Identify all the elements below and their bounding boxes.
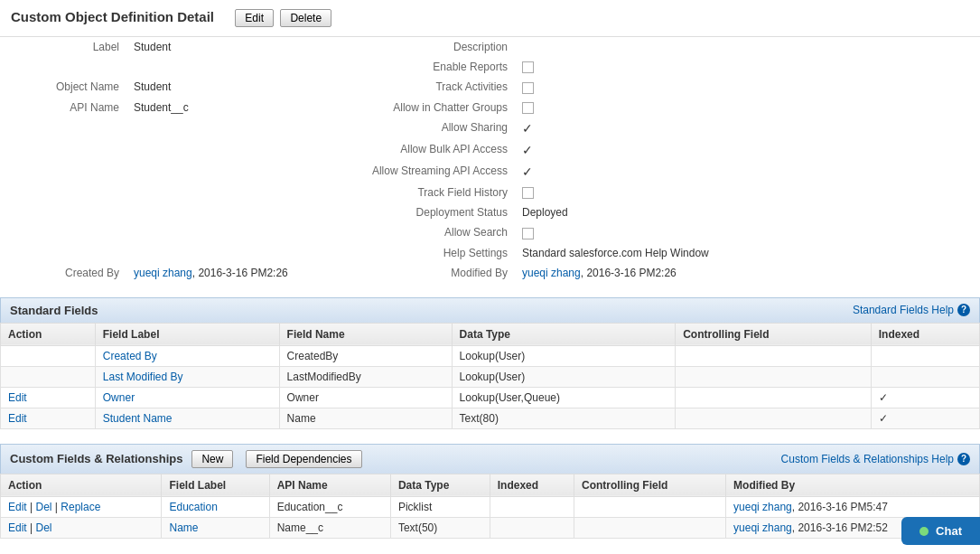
sf-controlling-cell: [676, 345, 872, 366]
allow-search-checkbox[interactable]: [522, 228, 534, 239]
standard-fields-help-icon[interactable]: ?: [957, 304, 970, 316]
cf-action-link[interactable]: Edit: [8, 521, 27, 534]
delete-button[interactable]: Delete: [280, 9, 331, 27]
cf-col-action: Action: [1, 474, 162, 496]
cf-action-link[interactable]: Edit: [8, 501, 27, 513]
cf-col-modified-by: Modified By: [726, 474, 980, 496]
sf-field-label-cell: Student Name: [95, 408, 279, 428]
cf-col-field-label: Field Label: [162, 474, 269, 496]
sf-field-label-link[interactable]: Last Modified By: [103, 371, 183, 383]
sf-indexed-cell: [871, 366, 979, 387]
cf-modified-by-cell: yueqi zhang, 2016-3-16 PM5:47: [726, 496, 980, 517]
cf-modified-by-link[interactable]: yueqi zhang: [733, 521, 792, 534]
col-action: Action: [1, 323, 96, 345]
cf-col-controlling: Controlling Field: [574, 474, 726, 496]
table-row: Edit | DelNameName__cText(50)yueqi zhang…: [1, 517, 980, 538]
track-field-checkbox[interactable]: [522, 187, 534, 199]
custom-fields-help-icon[interactable]: ?: [957, 453, 970, 465]
sf-field-label-link[interactable]: Owner: [103, 391, 135, 404]
track-activities-checkbox[interactable]: [522, 82, 534, 94]
new-button[interactable]: New: [191, 450, 233, 468]
standard-fields-title: Standard Fields: [10, 304, 98, 317]
label-field-value: Student: [126, 37, 352, 58]
cf-action-cell: Edit | Del | Replace: [1, 496, 162, 517]
allow-chatter-checkbox[interactable]: [522, 102, 534, 114]
help-settings-label: Help Settings: [352, 243, 515, 263]
cf-data-type-cell: Picklist: [390, 496, 490, 517]
cf-indexed-cell: [490, 517, 574, 538]
field-dependencies-button[interactable]: Field Dependencies: [246, 450, 361, 468]
api-name-label: API Name: [0, 98, 126, 117]
created-by-date: , 2016-3-16 PM2:26: [192, 267, 288, 279]
sf-field-label-link[interactable]: Created By: [103, 350, 157, 362]
allow-streaming-label: Allow Streaming API Access: [352, 161, 515, 183]
cf-field-label-cell: Education: [162, 496, 269, 517]
track-field-label: Track Field History: [352, 183, 515, 202]
sf-data-type-cell: Lookup(User,Queue): [452, 387, 676, 408]
sf-data-type-cell: Lookup(User): [452, 366, 676, 387]
deployment-label: Deployment Status: [352, 202, 515, 222]
col-indexed: Indexed: [871, 323, 979, 345]
description-value: [515, 37, 980, 58]
standard-fields-help-link[interactable]: Standard Fields Help: [853, 304, 954, 316]
cf-col-indexed: Indexed: [490, 474, 574, 496]
sf-action-link[interactable]: Edit: [8, 391, 27, 404]
sf-controlling-cell: [676, 387, 872, 408]
cf-field-label-link[interactable]: Education: [169, 501, 217, 513]
created-by-link[interactable]: yueqi zhang: [134, 267, 192, 279]
allow-bulk-api-label: Allow Bulk API Access: [352, 139, 515, 161]
cf-modified-date: , 2016-3-16 PM2:52: [792, 521, 888, 534]
allow-search-label: Allow Search: [352, 222, 515, 242]
sf-field-name-cell: Owner: [279, 387, 452, 408]
cf-col-api-name: API Name: [269, 474, 390, 496]
sf-controlling-cell: [676, 366, 872, 387]
cf-field-label-cell: Name: [162, 517, 269, 538]
custom-fields-help-link[interactable]: Custom Fields & Relationships Help: [781, 453, 954, 465]
sf-action-cell: Edit: [1, 408, 96, 428]
allow-bulk-api-check: ✓: [522, 143, 533, 157]
table-row: Last Modified ByLastModifiedByLookup(Use…: [1, 366, 980, 387]
cf-action-cell: Edit | Del: [1, 517, 162, 538]
edit-button[interactable]: Edit: [235, 9, 274, 27]
sf-field-label-cell: Owner: [95, 387, 279, 408]
sf-field-name-cell: LastModifiedBy: [279, 366, 452, 387]
sf-action-cell: Edit: [1, 387, 96, 408]
detail-table: Label Student Description Enable Reports…: [0, 36, 980, 283]
sf-indexed-cell: ✓: [871, 387, 979, 408]
table-row: EditOwnerOwnerLookup(User,Queue)✓: [1, 387, 980, 408]
sf-field-name-cell: CreatedBy: [279, 345, 452, 366]
modified-by-date: , 2016-3-16 PM2:26: [581, 267, 677, 279]
label-field-label: Label: [0, 37, 126, 58]
sf-field-label-cell: Created By: [95, 345, 279, 366]
col-controlling-field: Controlling Field: [676, 323, 872, 345]
sf-data-type-cell: Lookup(User): [452, 345, 676, 366]
allow-chatter-label: Allow in Chatter Groups: [352, 98, 515, 117]
empty-cell: [0, 57, 126, 77]
chat-status-dot: [919, 527, 929, 536]
enable-reports-checkbox[interactable]: [522, 61, 534, 73]
created-by-label: Created By: [0, 263, 126, 283]
sf-field-label-link[interactable]: Student Name: [103, 412, 173, 425]
custom-fields-header: Custom Fields & Relationships New Field …: [0, 444, 980, 474]
sf-action-link[interactable]: Edit: [8, 412, 27, 425]
standard-fields-header: Standard Fields Standard Fields Help ?: [0, 297, 980, 323]
modified-by-link[interactable]: yueqi zhang: [522, 267, 581, 279]
cf-col-data-type: Data Type: [390, 474, 490, 496]
sf-indexed-cell: [871, 345, 979, 366]
chat-bubble[interactable]: Chat: [901, 517, 980, 545]
table-row: EditStudent NameNameText(80)✓: [1, 408, 980, 428]
table-row: Created ByCreatedByLookup(User): [1, 345, 980, 366]
api-name-value: Student__c: [126, 98, 352, 117]
custom-fields-title: Custom Fields & Relationships: [10, 452, 182, 465]
standard-fields-table: Action Field Label Field Name Data Type …: [0, 323, 980, 429]
cf-action-link[interactable]: Replace: [61, 501, 100, 513]
cf-action-link[interactable]: Del: [35, 501, 51, 513]
cf-action-link[interactable]: Del: [35, 521, 51, 534]
sf-controlling-cell: [676, 408, 872, 428]
cf-field-label-link[interactable]: Name: [169, 521, 198, 534]
chat-label: Chat: [936, 524, 962, 538]
allow-streaming-check: ✓: [522, 164, 533, 179]
table-row: Edit | Del | ReplaceEducationEducation__…: [1, 496, 980, 517]
sf-field-name-cell: Name: [279, 408, 452, 428]
cf-modified-by-link[interactable]: yueqi zhang: [733, 501, 792, 513]
